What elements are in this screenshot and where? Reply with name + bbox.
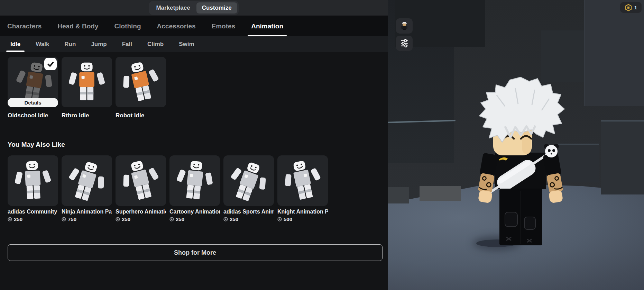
checkmark-icon [47,60,54,68]
subtab-jump[interactable]: Jump [91,36,107,52]
recommendations-heading: You May Also Like [8,141,388,148]
subtab-label: Fall [122,41,132,48]
robux-icon [625,4,632,11]
avatar-figure-icon [401,21,408,30]
selected-check-badge [44,58,57,70]
animation-thumbnail [171,156,219,205]
tab-head-body[interactable]: Head & Body [57,16,98,36]
tab-label: Clothing [114,22,141,30]
recommended-card[interactable] [169,155,220,206]
robux-coin-icon [277,217,282,221]
animation-subtabs: IdleWalkRunJumpFallClimbSwim [0,36,388,52]
scene-block [388,187,409,203]
recommended-item-cartoony-animation: Cartoony Animation 250 [169,155,220,222]
price-value: 750 [68,216,76,222]
owned-item-oldschool-idle: Details Oldschool Idle [8,57,58,119]
subtab-label: Jump [91,41,107,48]
animation-card[interactable] [116,57,166,107]
tab-label: Animation [251,22,283,30]
tab-clothing[interactable]: Clothing [114,16,141,36]
customize-button[interactable]: Customize [196,2,237,13]
subtab-idle[interactable]: Idle [10,36,20,52]
subtab-swim[interactable]: Swim [179,36,194,52]
tab-emotes[interactable]: Emotes [212,16,236,36]
app-window: 1 Marketplace Customize CharactersHead &… [0,0,644,290]
price-value: 250 [230,216,238,222]
recommended-card[interactable] [62,155,112,206]
recommended-name: Cartoony Animation [169,209,220,215]
mode-toggle: Marketplace Customize [149,1,238,15]
owned-item-rthro-idle: Rthro Idle [62,57,112,119]
subtab-run[interactable]: Run [64,36,76,52]
price-row: 250 [169,216,220,222]
animation-thumbnail [277,155,328,206]
recommended-card[interactable] [223,155,274,206]
robux-coin-icon [116,217,120,221]
robux-coin-icon [8,217,12,221]
subtab-fall[interactable]: Fall [122,36,132,52]
tab-label: Head & Body [57,22,98,30]
subtab-label: Idle [10,41,20,48]
price-row: 500 [277,216,328,222]
price-row: 750 [62,216,112,222]
sliders-icon [400,39,409,48]
animation-card[interactable] [62,57,112,107]
price-row: 250 [8,216,58,222]
tab-animation[interactable]: Animation [251,16,283,36]
scene-adjustments-button[interactable] [396,36,413,51]
tab-label: Characters [7,22,42,30]
marketplace-button[interactable]: Marketplace [150,2,195,13]
recommended-card[interactable] [116,155,166,206]
price-value: 250 [122,216,130,222]
price-value: 500 [284,216,292,222]
price-value: 250 [176,216,184,222]
shop-for-more-button[interactable]: Shop for More [8,244,383,261]
scene-block [584,0,644,106]
subtab-label: Run [64,41,76,48]
subtab-walk[interactable]: Walk [36,36,49,52]
subtab-label: Climb [147,41,164,48]
scene-block [601,120,644,194]
animation-name: Oldschool Idle [8,112,58,119]
tab-accessories[interactable]: Accessories [157,16,196,36]
subtab-label: Walk [36,41,49,48]
tab-characters[interactable]: Characters [7,16,42,36]
animation-thumbnail [223,155,274,206]
price-row: 250 [223,216,274,222]
recommended-item-ninja-animation-pa: Ninja Animation Pa... 750 [62,155,112,222]
recommended-item-adidas-community: adidas Community ... 250 [8,155,58,222]
category-tabs: CharactersHead & BodyClothingAccessories… [0,16,388,36]
scene-block [420,186,461,201]
subtab-climb[interactable]: Climb [147,36,164,52]
recommendations-row: adidas Community ... 250 Ninja Animation… [8,155,388,222]
recommended-name: adidas Sports Anim... [223,209,274,215]
subtab-label: Swim [179,41,194,48]
price-row: 250 [116,216,166,222]
recommended-name: adidas Community ... [8,209,58,215]
avatar-viewport[interactable]: 1 [388,0,644,290]
recommended-name: Knight Animation P... [277,209,328,215]
recommended-name: Ninja Animation Pa... [62,209,112,215]
owned-animations-row: Details Oldschool Idle Rthro Idle Robot … [8,57,388,119]
avatar-character[interactable] [463,74,578,253]
details-button[interactable]: Details [8,98,58,107]
avatar-preview-button[interactable] [396,18,413,34]
recommended-item-knight-animation-p: Knight Animation P... 500 [277,155,328,222]
recommended-item-adidas-sports-anim: adidas Sports Anim... 250 [223,155,274,222]
recommended-name: Superhero Animatio... [116,209,166,215]
animation-card[interactable]: Details [8,57,58,107]
animation-thumbnail [62,155,112,206]
price-value: 250 [14,216,22,222]
robux-coin-icon [62,217,66,221]
animation-name: Rthro Idle [62,112,112,119]
recommended-card[interactable] [277,155,328,206]
animation-name: Robot Idle [116,112,166,119]
recommended-card[interactable] [8,155,58,206]
tab-label: Accessories [157,22,196,30]
owned-item-robot-idle: Robot Idle [116,57,166,119]
robux-count: 1 [634,5,637,10]
robux-coin-icon [169,217,174,221]
robux-coin-icon [223,217,228,221]
recommended-item-superhero-animatio: Superhero Animatio... 250 [116,155,166,222]
robux-balance[interactable]: 1 [620,2,642,13]
